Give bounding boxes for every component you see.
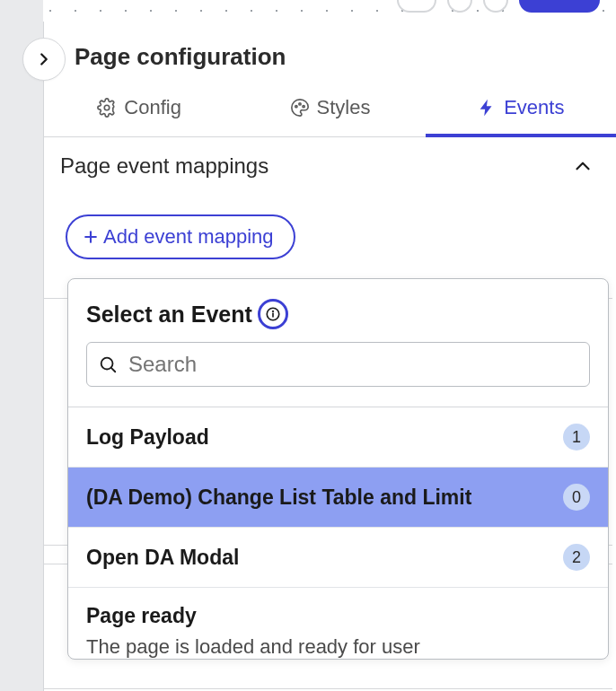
svg-point-8: [272, 311, 273, 312]
palette-icon: [290, 98, 310, 118]
tab-styles[interactable]: Styles: [234, 83, 425, 137]
plus-icon: [82, 228, 100, 246]
config-panel: Page configuration Config Styles Events …: [43, 22, 616, 691]
chevron-right-icon: [34, 49, 54, 69]
search-input[interactable]: [127, 351, 578, 378]
panel-title: Page configuration: [75, 43, 286, 71]
collapse-panel-button[interactable]: [22, 38, 66, 81]
search-input-wrapper[interactable]: [86, 342, 590, 387]
section-title: Page event mappings: [60, 153, 268, 179]
left-gutter: [0, 0, 43, 691]
chevron-up-icon: [571, 154, 594, 178]
toolbar-ghost-button: [447, 0, 472, 13]
tab-events[interactable]: Events: [426, 83, 616, 137]
svg-line-10: [111, 368, 115, 372]
tab-label: Styles: [317, 96, 371, 119]
tab-config[interactable]: Config: [44, 83, 234, 137]
count-badge: 0: [563, 484, 590, 511]
svg-point-3: [303, 106, 304, 108]
svg-point-1: [295, 106, 296, 108]
toolbar-fragment: [397, 0, 616, 22]
section-header[interactable]: Page event mappings: [44, 137, 616, 191]
event-option[interactable]: (DA Demo) Change List Table and Limit 0: [68, 467, 608, 527]
event-label: Page ready: [86, 604, 590, 628]
tabs: Config Styles Events: [44, 83, 616, 137]
search-icon: [98, 354, 118, 374]
button-label: Add event mapping: [103, 225, 274, 249]
add-event-mapping-button[interactable]: Add event mapping: [66, 214, 295, 259]
info-button[interactable]: [258, 299, 288, 329]
info-icon: [265, 306, 281, 322]
event-option[interactable]: Log Payload 1: [68, 407, 608, 467]
tab-label: Config: [124, 96, 181, 119]
svg-point-0: [105, 105, 110, 110]
count-badge: 1: [563, 424, 590, 450]
svg-point-2: [298, 103, 300, 105]
lightning-icon: [477, 98, 497, 118]
event-label: Open DA Modal: [86, 546, 239, 570]
gear-icon: [97, 98, 117, 118]
select-event-popup: Select an Event Log Payload 1 (DA Demo) …: [67, 278, 609, 660]
event-option[interactable]: Open DA Modal 2: [68, 527, 608, 587]
event-label: (DA Demo) Change List Table and Limit: [86, 485, 471, 510]
count-badge: 2: [563, 544, 590, 571]
popup-title: Select an Event: [86, 302, 252, 328]
event-label: Log Payload: [86, 425, 209, 450]
event-description: The page is loaded and ready for user: [86, 635, 590, 659]
toolbar-ghost-button: [483, 0, 508, 13]
panel-header: Page configuration: [44, 22, 616, 83]
event-option-page-ready[interactable]: Page ready The page is loaded and ready …: [68, 587, 608, 659]
tab-label: Events: [504, 96, 564, 119]
toolbar-primary-button: [519, 0, 600, 13]
event-list: Log Payload 1 (DA Demo) Change List Tabl…: [68, 407, 608, 659]
toolbar-ghost-button: [397, 0, 436, 13]
